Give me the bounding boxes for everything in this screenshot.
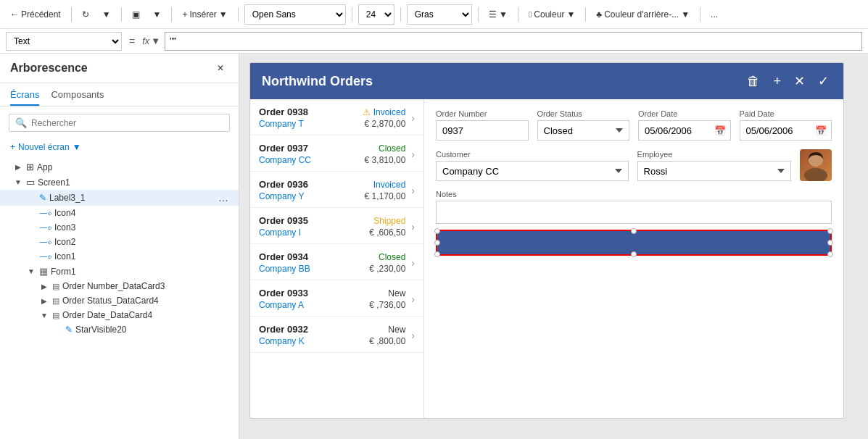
font-weight-select[interactable]: Gras [407, 4, 472, 25]
tree-item-order-status-dc4[interactable]: ▶ ▤ Order Status_DataCard4 [0, 293, 239, 308]
tree-label-icon4: Icon4 [54, 208, 228, 218]
order-number-input[interactable] [436, 120, 529, 141]
order-date-cal-btn[interactable]: 📅 [710, 120, 731, 141]
handle-tr[interactable] [827, 228, 833, 234]
bgcolor-button[interactable]: ♣ Couleur d'arrière-... ▼ [592, 7, 694, 22]
plus-icon: + [182, 9, 187, 20]
check-button[interactable]: ✓ [815, 72, 832, 91]
order-item-0933[interactable]: Order 0933 Company A New € ,736,00 › [250, 280, 423, 317]
expand-order-number-dc3[interactable]: ▶ [39, 281, 49, 291]
icon4-icon: ⸻⊙ [39, 209, 51, 217]
delete-button[interactable]: 🗑 [744, 72, 763, 91]
undo-button[interactable]: ↻ [78, 7, 94, 22]
order-item-0935[interactable]: Order 0935 Company I Shipped € ,606,50 › [250, 208, 423, 244]
add-button[interactable]: + [770, 72, 784, 91]
formula-input[interactable] [165, 32, 862, 51]
tab-screens[interactable]: Écrans [10, 89, 39, 106]
order-amount-0934: € ,230,00 [369, 264, 405, 274]
tree-item-label3-1[interactable]: ▶ ✎ Label3_1 … [0, 190, 239, 206]
tree-item-icon1[interactable]: ▶ ⸻⊙ Icon1 [0, 249, 239, 264]
order-item-0938[interactable]: Order 0938 Company T ⚠ Invoiced € 2,870,… [250, 99, 423, 135]
order-id-0936: Order 0936 [259, 179, 359, 190]
order-item-0934[interactable]: Order 0934 Company BB Closed € ,230,00 › [250, 244, 423, 280]
color-button[interactable]: ﷨ Couleur ▼ [524, 7, 579, 22]
chevron-0935: › [411, 221, 415, 233]
insert-button[interactable]: + Insérer ▼ [178, 7, 231, 22]
order-company-0932: Company K [259, 336, 363, 346]
customer-select[interactable]: Company CC Company T Company A [436, 161, 629, 181]
paid-date-label: Paid Date [740, 109, 832, 118]
tree-more-btn[interactable]: … [218, 192, 228, 204]
tab-components[interactable]: Composants [51, 89, 104, 106]
tree-item-screen1[interactable]: ▼ ▭ Screen1 [0, 175, 239, 190]
tree-item-form1[interactable]: ▼ ▦ Form1 [0, 264, 239, 279]
expand-app[interactable]: ▶ [13, 162, 23, 172]
paid-date-cal-btn[interactable]: 📅 [811, 120, 832, 141]
close-button[interactable]: ✕ [791, 72, 808, 91]
notes-input[interactable] [436, 201, 832, 224]
order-info-0935: Order 0935 Company I [259, 215, 363, 238]
order-id-0932: Order 0932 [259, 324, 363, 335]
order-id-0934: Order 0934 [259, 251, 363, 262]
tree-label-icon1: Icon1 [54, 251, 228, 262]
left-panel: Arborescence ✕ Écrans Composants 🔍 + Nou… [0, 54, 239, 439]
panel-close-button[interactable]: ✕ [212, 61, 228, 75]
handle-mr[interactable] [827, 240, 833, 246]
new-screen-button[interactable]: + Nouvel écran ▼ [0, 139, 239, 156]
chevron-0936: › [411, 185, 415, 196]
chevron-0937: › [411, 149, 415, 160]
undo-dropdown[interactable]: ▼ [98, 7, 115, 22]
order-id-0937: Order 0937 [259, 143, 359, 154]
back-button[interactable]: ← Précédent [6, 7, 65, 22]
field-customer: Customer Company CC Company T Company A [436, 150, 629, 181]
expand-order-date-dc4[interactable]: ▼ [39, 310, 49, 320]
tree-item-icon3[interactable]: ▶ ⸻⊙ Icon3 [0, 220, 239, 235]
paid-date-input[interactable] [740, 120, 811, 141]
warning-icon-0938: ⚠ [363, 107, 371, 117]
tree-item-order-date-dc4[interactable]: ▼ ▤ Order Date_DataCard4 [0, 308, 239, 322]
detail-row-2: Customer Company CC Company T Company A … [436, 149, 832, 181]
handle-ml[interactable] [434, 240, 440, 246]
tree-item-starvisible20[interactable]: ▶ ✎ StarVisible20 [0, 322, 239, 337]
more-button[interactable]: ... [706, 7, 722, 22]
expand-screen1[interactable]: ▼ [13, 177, 23, 188]
order-date-dc4-icon: ▤ [52, 311, 59, 320]
insert-dropdown-icon: ▼ [219, 9, 228, 20]
handle-tl[interactable] [434, 228, 440, 234]
app-header: Northwind Orders 🗑 + ✕ ✓ [250, 63, 843, 99]
selected-element-box[interactable] [436, 230, 832, 256]
new-screen-dropdown-icon: ▼ [73, 142, 81, 152]
font-family-select[interactable]: Open Sans [244, 4, 346, 25]
tree-item-order-number-dc3[interactable]: ▶ ▤ Order Number_DataCard3 [0, 279, 239, 293]
tree-item-app[interactable]: ▶ ⊞ App [0, 159, 239, 175]
tree-item-icon4[interactable]: ▶ ⸻⊙ Icon4 [0, 206, 239, 220]
label-icon: ✎ [39, 193, 46, 203]
order-item-0936[interactable]: Order 0936 Company Y Invoiced € 1,170,00… [250, 172, 423, 208]
employee-select[interactable]: Rossi Smith [637, 161, 791, 181]
search-input[interactable] [31, 118, 223, 128]
handle-tm[interactable] [631, 228, 637, 234]
expand-order-status-dc4[interactable]: ▶ [39, 296, 49, 306]
copy-dropdown[interactable]: ▼ [149, 7, 166, 22]
avatar [800, 149, 832, 181]
order-status-select[interactable]: Closed Invoiced Shipped New [537, 120, 630, 141]
formula-selector[interactable]: Text [6, 32, 122, 51]
panel-search-container: 🔍 [9, 114, 230, 132]
handle-bm[interactable] [631, 251, 637, 257]
handle-br[interactable] [827, 251, 833, 257]
order-item-0937[interactable]: Order 0937 Company CC Closed € 3,810,00 … [250, 135, 423, 172]
align-button[interactable]: ☰ ▼ [484, 7, 512, 22]
expand-form1[interactable]: ▼ [26, 267, 36, 277]
field-order-status: Order Status Closed Invoiced Shipped New [537, 109, 630, 141]
sep5 [352, 7, 352, 22]
font-size-select[interactable]: 24 [358, 4, 394, 25]
order-item-0932[interactable]: Order 0932 Company K New € ,800,00 › [250, 317, 423, 353]
copy-button[interactable]: ▣ [128, 7, 144, 22]
order-date-input[interactable] [638, 120, 710, 141]
right-content: Northwind Orders 🗑 + ✕ ✓ Order 0938 Com [239, 54, 868, 439]
order-right-0936: Invoiced € 1,170,00 [365, 180, 406, 201]
handle-bl[interactable] [434, 251, 440, 257]
tree-item-icon2[interactable]: ▶ ⸻⊙ Icon2 [0, 235, 239, 249]
tree-label-screen1: Screen1 [38, 177, 228, 188]
tree-label-form1: Form1 [51, 267, 228, 277]
